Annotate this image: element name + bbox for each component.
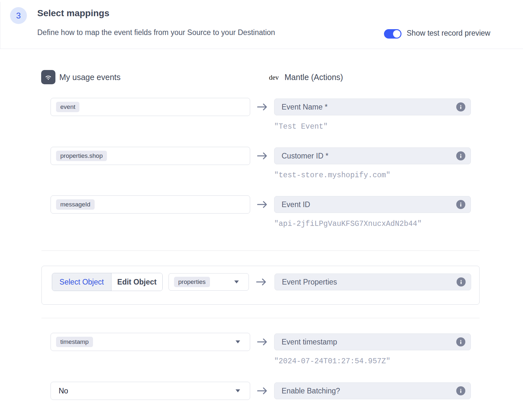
chevron-down-icon bbox=[236, 390, 240, 392]
source-field-input[interactable]: messageId bbox=[51, 195, 250, 214]
source-field-tag[interactable]: properties bbox=[174, 277, 210, 287]
select-mappings-panel: 3 Select mappings Define how to map the … bbox=[0, 0, 523, 420]
destination-field[interactable]: Event Properties bbox=[274, 274, 471, 290]
source-field-input[interactable]: event bbox=[51, 98, 250, 116]
destination-field[interactable]: Customer ID * bbox=[274, 147, 471, 164]
section-divider bbox=[41, 251, 480, 251]
wifi-icon bbox=[44, 73, 52, 81]
destination-field-label: Event ID bbox=[282, 200, 456, 209]
mapping-row-batching: No Enable Batching? bbox=[51, 382, 471, 400]
test-record-preview-value: "2024-07-24T01:27:54.957Z" bbox=[274, 357, 390, 366]
source-field-tag[interactable]: properties.shop bbox=[56, 151, 107, 161]
edit-object-button[interactable]: Edit Object bbox=[111, 273, 162, 291]
destination-field-label: Event Name * bbox=[282, 103, 456, 111]
toggle-label: Show test record preview bbox=[407, 29, 490, 38]
object-source-dropdown[interactable]: properties bbox=[169, 273, 249, 291]
page-title: Select mappings bbox=[37, 8, 110, 18]
destination-field-label: Customer ID * bbox=[282, 152, 456, 160]
toggle-knob bbox=[393, 30, 401, 38]
info-icon[interactable] bbox=[456, 386, 465, 395]
source-field-dropdown[interactable]: timestamp bbox=[51, 333, 250, 351]
source-field-tag[interactable]: timestamp bbox=[56, 337, 93, 347]
object-mode-segmented-control: Select Object Edit Object bbox=[52, 273, 163, 291]
info-icon[interactable] bbox=[456, 200, 465, 209]
object-mapping-section: Select Object Edit Object properties Eve… bbox=[41, 266, 480, 305]
card-left-border bbox=[0, 2, 0, 49]
mapping-arrow-icon bbox=[250, 147, 274, 165]
select-object-button[interactable]: Select Object bbox=[52, 273, 111, 291]
page-subtitle: Define how to map the event fields from … bbox=[37, 28, 275, 37]
mapping-row-timestamp: timestamp Event timestamp bbox=[51, 333, 471, 351]
mapping-arrow-icon bbox=[250, 195, 274, 214]
show-test-record-toggle[interactable] bbox=[384, 29, 401, 39]
destination-env-badge: dev bbox=[269, 74, 279, 82]
source-icon-tile bbox=[41, 70, 55, 84]
info-icon[interactable] bbox=[456, 337, 465, 346]
mapping-arrow-icon bbox=[250, 333, 274, 351]
destination-field[interactable]: Event ID bbox=[274, 196, 471, 213]
destination-field[interactable]: Event Name * bbox=[274, 99, 471, 115]
test-record-preview-value: "api-2jfiLPgVauKFSG7XnucxAdN2b44" bbox=[274, 220, 422, 228]
destination-field-label: Event Properties bbox=[282, 278, 457, 286]
source-field-tag[interactable]: event bbox=[56, 102, 79, 112]
mapping-arrow-icon bbox=[250, 98, 274, 116]
info-icon[interactable] bbox=[456, 151, 465, 160]
source-field-tag[interactable]: messageId bbox=[56, 199, 95, 210]
mapping-row-event-id: messageId Event ID bbox=[51, 195, 471, 214]
dropdown-selected-value: No bbox=[56, 387, 68, 395]
header-divider bbox=[0, 49, 523, 49]
info-icon[interactable] bbox=[457, 277, 466, 286]
step-number-badge: 3 bbox=[10, 7, 27, 24]
destination-field[interactable]: Enable Batching? bbox=[274, 382, 471, 399]
info-icon[interactable] bbox=[456, 102, 465, 111]
mapping-row-event: event Event Name * bbox=[51, 98, 471, 116]
destination-name: Mantle (Actions) bbox=[285, 73, 343, 82]
destination-field-label: Event timestamp bbox=[282, 338, 456, 346]
test-record-preview-value: "Test Event" bbox=[274, 122, 328, 131]
chevron-down-icon bbox=[234, 281, 239, 284]
destination-field[interactable]: Event timestamp bbox=[274, 333, 471, 350]
mapping-arrow-icon bbox=[250, 382, 274, 400]
test-record-preview-value: "test-store.myshopify.com" bbox=[274, 171, 390, 180]
source-name: My usage events bbox=[59, 73, 121, 82]
source-field-input[interactable]: properties.shop bbox=[51, 147, 250, 165]
section-divider bbox=[41, 318, 480, 318]
chevron-down-icon bbox=[236, 341, 240, 344]
mapping-row-customer-id: properties.shop Customer ID * bbox=[51, 147, 471, 165]
destination-field-label: Enable Batching? bbox=[282, 387, 456, 395]
source-field-dropdown[interactable]: No bbox=[51, 382, 250, 400]
mapping-arrow-icon bbox=[249, 273, 273, 291]
